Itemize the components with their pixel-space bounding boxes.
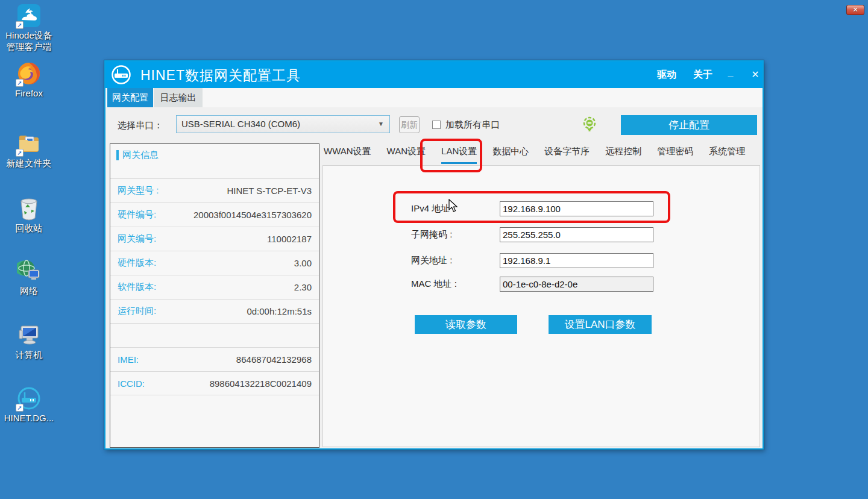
tab-lan-settings[interactable]: LAN设置 <box>441 146 477 164</box>
ipv4-address-input[interactable] <box>500 201 653 216</box>
desktop-icon-new-folder[interactable]: ➚ 新建文件夹 <box>0 131 58 169</box>
computer-icon <box>17 323 41 347</box>
about-button[interactable]: 关于 <box>687 61 719 88</box>
desktop-icon-label: HINET.DG... <box>0 413 58 424</box>
desktop-icon-label: 计算机 <box>0 350 58 361</box>
desktop-icon-label: Hinode设备 管理客户端 <box>0 30 58 53</box>
load-all-ports-label: 加载所有串口 <box>445 119 500 131</box>
desktop-icon-computer[interactable]: 计算机 <box>0 323 58 361</box>
tab-gateway-config[interactable]: 网关配置 <box>107 88 153 107</box>
info-row-hw-id: 硬件编号: 20003f0014504e3157303620 <box>110 202 319 227</box>
window-title: HINET数据网关配置工具 <box>140 66 301 85</box>
info-row-imei: IMEI: 864687042132968 <box>110 347 319 371</box>
chevron-down-icon: ▼ <box>378 116 384 133</box>
stop-config-button[interactable]: 停止配置 <box>621 115 757 135</box>
set-lan-params-button[interactable]: 设置LAN口参数 <box>549 315 652 334</box>
gateway-info-header: 网关信息 <box>116 149 159 161</box>
window-content: 选择串口： USB-SERIAL CH340 (COM6) ▼ 刷新 加载所有串… <box>105 107 763 448</box>
close-button[interactable]: ✕ <box>743 61 767 88</box>
subnet-mask-label: 子网掩码 : <box>411 229 452 240</box>
desktop-icon-recycle-bin[interactable]: 回收站 <box>0 196 58 234</box>
desktop-icon-label: Firefox <box>0 88 58 99</box>
refresh-button[interactable]: 刷新 <box>399 116 420 133</box>
tab-wwan-settings[interactable]: WWAN设置 <box>324 146 371 164</box>
desktop-icon-hinet-dg[interactable]: ➚ HINET.DG... <box>0 386 58 424</box>
tab-admin-password[interactable]: 管理密码 <box>657 146 693 164</box>
ipv4-address-label: IPv4 地址 : <box>411 203 455 215</box>
gateway-info-rows: 网关型号 : HINET S-TCP-ET-V3 硬件编号: 20003f001… <box>110 178 319 395</box>
mac-address-label: MAC 地址 : <box>411 278 457 290</box>
firefox-icon: ➚ <box>17 61 41 86</box>
network-icon <box>17 259 41 283</box>
desktop-icon-hinode[interactable]: ➚ Hinode设备 管理客户端 <box>0 4 58 53</box>
status-bulb-icon <box>582 116 597 132</box>
shortcut-arrow-icon: ➚ <box>16 21 24 29</box>
mac-address-input[interactable] <box>500 277 653 292</box>
minimize-button[interactable]: _ <box>719 61 742 88</box>
desktop-icon-firefox[interactable]: ➚ Firefox <box>0 61 58 99</box>
settings-tab-bar: WWAN设置 WAN设置 LAN设置 数据中心 设备字节序 远程控制 管理密码 … <box>324 146 745 164</box>
tab-byte-order[interactable]: 设备字节序 <box>544 146 590 164</box>
info-row-iccid: ICCID: 898604132218C0021409 <box>110 371 319 395</box>
shortcut-arrow-icon: ➚ <box>16 404 24 412</box>
info-row-gw-id: 网关编号: 110002187 <box>110 227 319 251</box>
folder-icon: ➚ <box>17 131 41 155</box>
window-titlebar: HINET数据网关配置工具 驱动 关于 _ ✕ <box>105 61 763 88</box>
tab-system-management[interactable]: 系统管理 <box>709 146 745 164</box>
read-params-button[interactable]: 读取参数 <box>415 315 517 334</box>
desktop-icon-label: 回收站 <box>0 223 58 234</box>
desktop-icon-label: 网络 <box>0 286 58 297</box>
header-accent-bar <box>116 150 119 160</box>
serial-port-value: USB-SERIAL CH340 (COM6) <box>181 119 300 129</box>
tab-remote-control[interactable]: 远程控制 <box>605 146 641 164</box>
hinet-app-icon: ➚ <box>17 386 41 410</box>
main-tab-bar: 网关配置 日志输出 <box>105 88 763 107</box>
desktop-icon-network[interactable]: 网络 <box>0 259 58 297</box>
tab-wan-settings[interactable]: WAN设置 <box>387 146 426 164</box>
router-app-icon <box>111 64 131 85</box>
driver-button[interactable]: 驱动 <box>651 61 682 88</box>
tab-log-output[interactable]: 日志输出 <box>154 88 203 107</box>
info-row-hw-version: 硬件版本: 3.00 <box>110 251 319 275</box>
load-all-ports-checkbox[interactable] <box>432 121 441 129</box>
gateway-address-input[interactable] <box>500 253 653 268</box>
hinode-app-icon: ➚ <box>17 4 41 28</box>
shortcut-arrow-icon: ➚ <box>16 149 24 157</box>
subnet-mask-input[interactable] <box>500 227 653 242</box>
gateway-info-title: 网关信息 <box>122 149 159 161</box>
desktop-icon-label: 新建文件夹 <box>0 158 58 169</box>
info-row-empty <box>110 323 319 347</box>
serial-port-select[interactable]: USB-SERIAL CH340 (COM6) ▼ <box>176 115 390 133</box>
serial-port-label: 选择串口： <box>118 120 163 131</box>
screen-close-button[interactable]: ✕ <box>846 5 864 15</box>
info-row-sw-version: 软件版本: 2.30 <box>110 275 319 299</box>
tab-data-center[interactable]: 数据中心 <box>492 146 529 164</box>
hinet-config-window: HINET数据网关配置工具 驱动 关于 _ ✕ 网关配置 日志输出 选择串口： … <box>104 60 764 450</box>
info-row-uptime: 运行时间: 0d:00h:12m:51s <box>110 299 319 323</box>
shortcut-arrow-icon: ➚ <box>16 79 24 87</box>
recycle-bin-icon <box>17 196 41 221</box>
info-row-model: 网关型号 : HINET S-TCP-ET-V3 <box>110 178 319 202</box>
gateway-address-label: 网关地址 : <box>411 255 452 266</box>
gateway-info-panel: 网关信息 网关型号 : HINET S-TCP-ET-V3 硬件编号: 2000… <box>110 143 319 448</box>
